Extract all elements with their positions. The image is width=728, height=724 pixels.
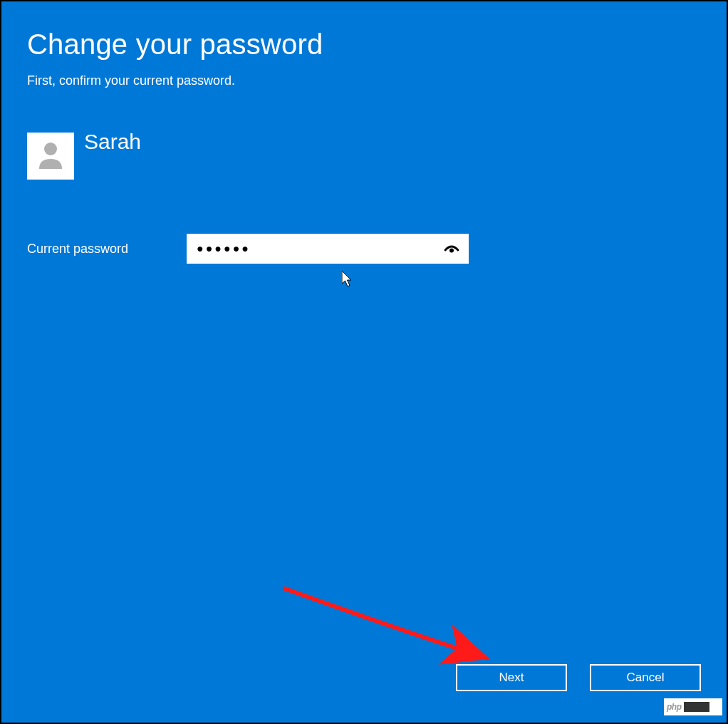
- next-button[interactable]: Next: [456, 664, 567, 691]
- current-password-label: Current password: [27, 242, 187, 257]
- watermark-text: php: [667, 702, 682, 712]
- current-password-input[interactable]: [197, 234, 437, 264]
- change-password-panel: Change your password First, confirm your…: [1, 1, 727, 723]
- cancel-button[interactable]: Cancel: [590, 664, 701, 691]
- person-icon: [33, 138, 68, 175]
- user-row: Sarah: [27, 133, 701, 180]
- page-subtitle: First, confirm your current password.: [27, 73, 701, 88]
- username: Sarah: [84, 131, 141, 152]
- watermark-block: [684, 702, 709, 712]
- cursor-icon: [342, 271, 355, 288]
- page-title: Change your password: [27, 29, 701, 61]
- watermark: php: [664, 698, 722, 715]
- annotation-arrow-icon: [281, 583, 501, 668]
- svg-point-0: [44, 143, 57, 155]
- avatar: [27, 133, 74, 180]
- svg-point-1: [449, 249, 454, 253]
- eye-reveal-icon[interactable]: [442, 239, 462, 259]
- password-field-row: Current password: [27, 234, 701, 264]
- password-input-container[interactable]: [187, 234, 469, 264]
- button-row: Next Cancel: [456, 664, 701, 691]
